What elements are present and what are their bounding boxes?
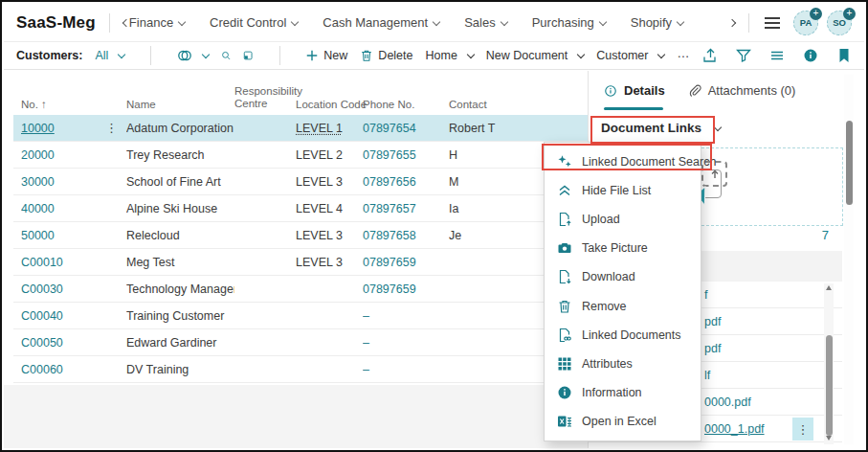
phone-link[interactable]: 07897655 [363, 148, 449, 162]
customer-no-link[interactable]: 30000 [21, 175, 105, 189]
panel-scrollbar[interactable] [844, 75, 854, 444]
customer-no-link[interactable]: C00010 [21, 256, 105, 269]
avatar-pa[interactable]: PA+ [793, 11, 818, 35]
menu-item-label: Information [582, 386, 642, 399]
phone-link[interactable]: 07897657 [363, 202, 449, 215]
info-icon[interactable] [803, 48, 818, 63]
customer-no-link[interactable]: 20000 [21, 148, 105, 162]
bookmark-icon[interactable] [836, 48, 852, 63]
nav-item-finance[interactable]: Finance [129, 15, 185, 30]
scroll-up-arrow[interactable] [826, 285, 832, 290]
phone-link[interactable]: 07897656 [363, 175, 449, 189]
customer-no-link[interactable]: C00040 [21, 309, 105, 323]
table-row[interactable]: C00040Training Customer– [13, 303, 588, 329]
menu-item-download[interactable]: Download [545, 263, 701, 291]
column-header-location-code[interactable]: Location Code [296, 99, 363, 110]
column-header-no[interactable]: No. ↑ [21, 99, 105, 110]
scrollbar-thumb[interactable] [846, 121, 853, 205]
file-menu-button[interactable]: ⋮ [792, 418, 813, 441]
phone-link[interactable]: 07897654 [363, 122, 449, 135]
delete-button[interactable]: Delete [360, 49, 412, 62]
nav-item-credit-control[interactable]: Credit Control [210, 15, 298, 30]
phone-link[interactable]: 07897659 [363, 256, 449, 269]
avatar-add-badge[interactable]: + [843, 8, 856, 20]
customer-no-link[interactable]: C00050 [21, 336, 105, 350]
row-menu-icon[interactable]: ⋮ [105, 121, 126, 135]
more-options-button[interactable]: ⋯ [677, 49, 690, 63]
phone-link[interactable]: – [363, 336, 449, 350]
avatar-so[interactable]: SO+ [827, 11, 852, 35]
focus-mode-icon[interactable] [243, 48, 253, 63]
menu-item-information[interactable]: Information [545, 379, 701, 407]
tab-attachments[interactable]: Attachments (0) [688, 83, 796, 98]
scrollbar-thumb[interactable] [826, 335, 833, 436]
menu-item-linked-document-search[interactable]: Linked Document Search [545, 147, 701, 175]
new-button[interactable]: New [305, 49, 347, 62]
table-row[interactable]: 30000School of Fine ArtLEVEL 307897656M [13, 169, 588, 195]
nav-item-shopify[interactable]: Shopify [631, 15, 683, 30]
file-link[interactable]: lf [704, 369, 710, 382]
divider [109, 13, 110, 33]
hamburger-menu-icon[interactable] [765, 22, 780, 24]
file-link[interactable]: pdf [704, 342, 721, 355]
column-header-name[interactable]: Name [126, 99, 234, 110]
menu-item-remove[interactable]: Remove [545, 292, 701, 320]
table-row[interactable]: C00050Edward Gardiner– [13, 329, 588, 356]
nav-item-sales[interactable]: Sales [464, 15, 507, 30]
table-row[interactable]: C00030Technology Management07897659 [13, 276, 588, 303]
column-header-contact[interactable]: Contact [449, 99, 588, 110]
file-link[interactable]: 0000_1.pdf [704, 422, 765, 436]
filter-icon[interactable] [736, 48, 751, 63]
tab-details[interactable]: Details [604, 83, 665, 98]
table-row[interactable]: 40000Alpine Ski HouseLEVEL 407897657Ia [13, 195, 588, 222]
share-icon[interactable] [702, 48, 718, 63]
customer-no-link[interactable]: C00030 [21, 282, 105, 296]
nav-item-cash-management[interactable]: Cash Management [323, 15, 439, 30]
customer-no-link[interactable]: 40000 [21, 202, 105, 215]
scroll-down-arrow[interactable] [826, 436, 832, 441]
location-code: LEVEL 1 [296, 122, 363, 135]
menu-item-upload[interactable]: Upload [545, 205, 701, 233]
phone-link[interactable]: 07897658 [363, 229, 449, 242]
table-row[interactable]: 10000⋮Adatum CorporationLEVEL 107897654R… [13, 115, 588, 142]
menu-item-open-in-excel[interactable]: Open in Excel [545, 408, 701, 436]
divider [748, 13, 749, 33]
home-menu-button[interactable]: Home [426, 49, 474, 62]
avatar-add-badge[interactable]: + [810, 8, 822, 20]
avatar-initials: PA [800, 17, 812, 28]
menu-item-hide-file-list[interactable]: Hide File List [545, 176, 701, 204]
customer-no-link[interactable]: C00060 [21, 363, 105, 376]
customer-menu-button[interactable]: Customer [596, 49, 664, 62]
customer-no-link[interactable]: 50000 [21, 229, 105, 242]
table-row[interactable]: C00060DV Training– [13, 356, 588, 383]
nav-forward-icon[interactable] [728, 18, 736, 26]
column-header-responsibility-centre[interactable]: Responsibility Centre [234, 85, 296, 110]
customer-no-link[interactable]: 10000 [21, 122, 105, 135]
new-document-menu-button[interactable]: New Document [486, 49, 584, 62]
file-link[interactable]: 0000.pdf [704, 396, 751, 409]
column-header-phone-no[interactable]: Phone No. [363, 99, 449, 110]
nav-item-purchasing[interactable]: Purchasing [532, 15, 606, 30]
top-bar: SaaS-Meg FinanceCredit ControlCash Manag… [4, 4, 864, 42]
trash-icon [360, 49, 373, 62]
phone-link[interactable]: – [363, 309, 449, 323]
phone-link[interactable]: – [363, 363, 449, 376]
nav-item-label: Credit Control [210, 15, 286, 30]
chevron-down-icon [118, 51, 125, 58]
file-link[interactable]: pdf [704, 315, 721, 328]
menu-item-linked-documents[interactable]: Linked Documents [545, 321, 701, 349]
menu-item-attributes[interactable]: Attributes [545, 350, 701, 378]
show-list-icon[interactable] [769, 48, 785, 63]
view-filter-button[interactable]: All [95, 49, 124, 62]
document-links-button[interactable]: Document Links [601, 121, 721, 135]
views-button[interactable] [177, 48, 209, 63]
table-row[interactable]: 20000Trey ResearchLEVEL 207897655H [13, 142, 588, 169]
file-list-scrollbar[interactable] [824, 283, 834, 444]
table-row[interactable]: C00010Meg TestLEVEL 307897659 [13, 249, 588, 276]
search-icon[interactable] [221, 48, 231, 63]
table-row[interactable]: 50000RelecloudLEVEL 307897658Je [13, 222, 588, 249]
file-link[interactable]: f [704, 288, 707, 302]
phone-link[interactable]: 07897659 [363, 282, 449, 296]
customer-name: DV Training [126, 363, 234, 376]
menu-item-take-picture[interactable]: Take Picture [545, 235, 701, 262]
